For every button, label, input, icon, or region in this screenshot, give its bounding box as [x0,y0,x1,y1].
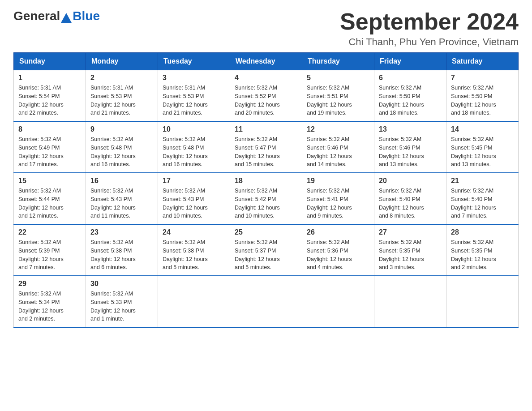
weekday-header-wednesday: Wednesday [230,53,302,70]
calendar-cell: 16Sunrise: 5:32 AMSunset: 5:43 PMDayligh… [86,173,158,224]
day-info: Sunrise: 5:32 AMSunset: 5:40 PMDaylight:… [379,187,442,220]
day-number: 11 [235,125,297,133]
day-number: 2 [90,74,153,82]
day-number: 19 [307,177,369,185]
weekday-header-saturday: Saturday [446,53,519,70]
day-number: 28 [451,228,514,236]
logo: General Blue [13,9,100,23]
title-section: September 2024 Chi Thanh, Phu Yen Provin… [340,9,519,48]
day-number: 1 [18,74,81,82]
day-info: Sunrise: 5:31 AMSunset: 5:54 PMDaylight:… [18,84,81,117]
day-info: Sunrise: 5:32 AMSunset: 5:49 PMDaylight:… [18,135,81,169]
calendar-cell: 30Sunrise: 5:32 AMSunset: 5:33 PMDayligh… [86,276,158,327]
day-number: 8 [18,125,81,133]
calendar-cell: 7Sunrise: 5:32 AMSunset: 5:50 PMDaylight… [446,70,519,122]
calendar-cell: 25Sunrise: 5:32 AMSunset: 5:37 PMDayligh… [230,224,302,276]
day-number: 24 [163,228,225,236]
logo-general-text: General [13,9,60,23]
day-info: Sunrise: 5:31 AMSunset: 5:53 PMDaylight:… [163,84,225,117]
calendar-cell: 18Sunrise: 5:32 AMSunset: 5:42 PMDayligh… [230,173,302,224]
calendar-week-row: 8Sunrise: 5:32 AMSunset: 5:49 PMDaylight… [14,121,519,173]
calendar-cell: 22Sunrise: 5:32 AMSunset: 5:39 PMDayligh… [14,224,86,276]
day-number: 12 [307,125,369,133]
weekday-header-friday: Friday [374,53,446,70]
day-info: Sunrise: 5:32 AMSunset: 5:51 PMDaylight:… [307,84,369,117]
calendar-cell: 15Sunrise: 5:32 AMSunset: 5:44 PMDayligh… [14,173,86,224]
day-info: Sunrise: 5:32 AMSunset: 5:47 PMDaylight:… [235,135,297,169]
weekday-header-tuesday: Tuesday [158,53,230,70]
page-header: General Blue September 2024 Chi Thanh, P… [13,9,519,48]
day-info: Sunrise: 5:32 AMSunset: 5:38 PMDaylight:… [90,238,153,272]
day-info: Sunrise: 5:32 AMSunset: 5:48 PMDaylight:… [90,135,153,169]
day-number: 30 [90,280,153,288]
calendar-week-row: 29Sunrise: 5:32 AMSunset: 5:34 PMDayligh… [14,276,519,327]
day-info: Sunrise: 5:32 AMSunset: 5:34 PMDaylight:… [18,290,81,323]
calendar-cell: 10Sunrise: 5:32 AMSunset: 5:48 PMDayligh… [158,121,230,173]
calendar-cell: 27Sunrise: 5:32 AMSunset: 5:35 PMDayligh… [374,224,446,276]
day-info: Sunrise: 5:32 AMSunset: 5:46 PMDaylight:… [379,135,442,169]
day-number: 23 [90,228,153,236]
day-info: Sunrise: 5:32 AMSunset: 5:37 PMDaylight:… [235,238,297,272]
calendar-cell: 21Sunrise: 5:32 AMSunset: 5:40 PMDayligh… [446,173,519,224]
day-number: 10 [163,125,225,133]
day-info: Sunrise: 5:32 AMSunset: 5:42 PMDaylight:… [235,187,297,220]
day-number: 20 [379,177,442,185]
day-number: 4 [235,74,297,82]
day-info: Sunrise: 5:32 AMSunset: 5:39 PMDaylight:… [18,238,81,272]
weekday-header-thursday: Thursday [302,53,374,70]
day-info: Sunrise: 5:31 AMSunset: 5:53 PMDaylight:… [90,84,153,117]
calendar-cell: 5Sunrise: 5:32 AMSunset: 5:51 PMDaylight… [302,70,374,122]
day-info: Sunrise: 5:32 AMSunset: 5:45 PMDaylight:… [451,135,514,169]
calendar-cell: 12Sunrise: 5:32 AMSunset: 5:46 PMDayligh… [302,121,374,173]
day-info: Sunrise: 5:32 AMSunset: 5:46 PMDaylight:… [307,135,369,169]
calendar-cell: 11Sunrise: 5:32 AMSunset: 5:47 PMDayligh… [230,121,302,173]
calendar-table: SundayMondayTuesdayWednesdayThursdayFrid… [13,52,519,328]
weekday-header-monday: Monday [86,53,158,70]
calendar-cell: 1Sunrise: 5:31 AMSunset: 5:54 PMDaylight… [14,70,86,122]
calendar-cell: 29Sunrise: 5:32 AMSunset: 5:34 PMDayligh… [14,276,86,327]
calendar-header-row: SundayMondayTuesdayWednesdayThursdayFrid… [14,53,519,70]
calendar-cell [158,276,230,327]
calendar-cell: 14Sunrise: 5:32 AMSunset: 5:45 PMDayligh… [446,121,519,173]
calendar-cell: 13Sunrise: 5:32 AMSunset: 5:46 PMDayligh… [374,121,446,173]
day-number: 7 [451,74,514,82]
day-info: Sunrise: 5:32 AMSunset: 5:33 PMDaylight:… [90,290,153,323]
day-info: Sunrise: 5:32 AMSunset: 5:52 PMDaylight:… [235,84,297,117]
calendar-cell: 2Sunrise: 5:31 AMSunset: 5:53 PMDaylight… [86,70,158,122]
calendar-week-row: 1Sunrise: 5:31 AMSunset: 5:54 PMDaylight… [14,70,519,122]
calendar-cell [374,276,446,327]
logo-triangle-icon [61,13,72,23]
day-number: 27 [379,228,442,236]
day-info: Sunrise: 5:32 AMSunset: 5:38 PMDaylight:… [163,238,225,272]
calendar-subtitle: Chi Thanh, Phu Yen Province, Vietnam [340,36,519,48]
calendar-cell: 23Sunrise: 5:32 AMSunset: 5:38 PMDayligh… [86,224,158,276]
calendar-week-row: 22Sunrise: 5:32 AMSunset: 5:39 PMDayligh… [14,224,519,276]
day-number: 22 [18,228,81,236]
day-number: 29 [18,280,81,288]
day-info: Sunrise: 5:32 AMSunset: 5:35 PMDaylight:… [379,238,442,272]
calendar-week-row: 15Sunrise: 5:32 AMSunset: 5:44 PMDayligh… [14,173,519,224]
day-info: Sunrise: 5:32 AMSunset: 5:50 PMDaylight:… [451,84,514,117]
day-number: 26 [307,228,369,236]
day-number: 15 [18,177,81,185]
day-number: 6 [379,74,442,82]
day-number: 18 [235,177,297,185]
calendar-cell: 17Sunrise: 5:32 AMSunset: 5:43 PMDayligh… [158,173,230,224]
day-info: Sunrise: 5:32 AMSunset: 5:43 PMDaylight:… [163,187,225,220]
calendar-cell: 26Sunrise: 5:32 AMSunset: 5:36 PMDayligh… [302,224,374,276]
day-info: Sunrise: 5:32 AMSunset: 5:40 PMDaylight:… [451,187,514,220]
day-info: Sunrise: 5:32 AMSunset: 5:41 PMDaylight:… [307,187,369,220]
day-number: 16 [90,177,153,185]
calendar-cell: 4Sunrise: 5:32 AMSunset: 5:52 PMDaylight… [230,70,302,122]
logo-blue-text: Blue [73,9,100,23]
day-number: 14 [451,125,514,133]
calendar-cell: 20Sunrise: 5:32 AMSunset: 5:40 PMDayligh… [374,173,446,224]
calendar-cell [230,276,302,327]
calendar-cell: 3Sunrise: 5:31 AMSunset: 5:53 PMDaylight… [158,70,230,122]
calendar-cell [446,276,519,327]
calendar-cell: 9Sunrise: 5:32 AMSunset: 5:48 PMDaylight… [86,121,158,173]
day-info: Sunrise: 5:32 AMSunset: 5:36 PMDaylight:… [307,238,369,272]
calendar-title: September 2024 [340,9,519,34]
day-info: Sunrise: 5:32 AMSunset: 5:43 PMDaylight:… [90,187,153,220]
calendar-cell: 24Sunrise: 5:32 AMSunset: 5:38 PMDayligh… [158,224,230,276]
